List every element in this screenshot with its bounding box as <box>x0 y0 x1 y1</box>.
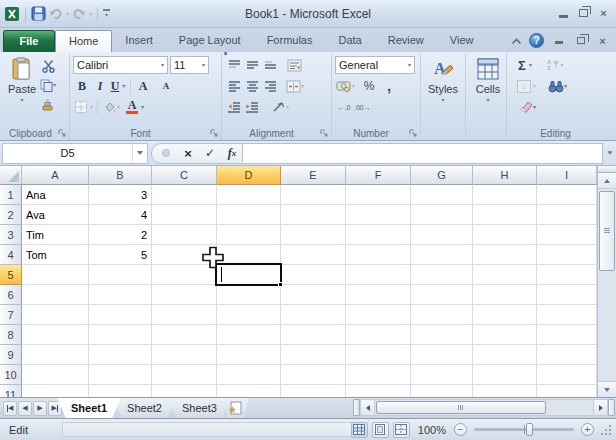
sheet-tab-sheet1[interactable]: Sheet1 <box>57 398 121 418</box>
zoom-slider[interactable] <box>474 428 574 431</box>
cell-G10[interactable] <box>411 365 473 385</box>
cell-D8[interactable] <box>217 325 281 345</box>
underline-button[interactable]: U▾ <box>109 77 127 95</box>
cell-B1[interactable]: 3 <box>89 185 152 205</box>
cell-H9[interactable] <box>473 345 537 365</box>
font-color-dropdown-icon[interactable]: ▾ <box>141 104 144 110</box>
column-header-C[interactable]: C <box>152 166 217 185</box>
resize-grip[interactable] <box>601 425 611 435</box>
sort-filter-dropdown-icon[interactable]: ▾ <box>560 62 563 68</box>
page-break-view-button[interactable] <box>393 422 410 438</box>
cell-I4[interactable] <box>537 245 597 265</box>
number-dialog-launcher[interactable] <box>408 128 418 138</box>
sheet-tab-sheet2[interactable]: Sheet2 <box>113 398 176 418</box>
ribbon-tab-page-layout[interactable]: Page Layout <box>166 30 254 52</box>
ribbon-tab-review[interactable]: Review <box>375 30 437 52</box>
vertical-scrollbar[interactable] <box>597 166 616 397</box>
minimize-ribbon-icon[interactable] <box>511 35 522 47</box>
cell-I5[interactable] <box>537 265 597 285</box>
cell-H11[interactable] <box>473 385 537 397</box>
autosum-button[interactable]: Σ▾ <box>516 56 534 74</box>
bold-button[interactable]: B <box>73 77 91 95</box>
ribbon-tab-file[interactable]: File <box>3 30 55 52</box>
borders-dropdown-icon[interactable]: ▾ <box>90 104 93 110</box>
vertical-scroll-thumb[interactable] <box>599 191 615 271</box>
sort-filter-button[interactable]: AZ ▾ <box>546 56 564 74</box>
cell-C7[interactable] <box>152 305 217 325</box>
cell-E1[interactable] <box>281 185 346 205</box>
cell-A3[interactable]: Tim <box>22 225 89 245</box>
clear-dropdown-icon[interactable]: ▾ <box>533 104 536 110</box>
row-header-1[interactable]: 1 <box>0 185 22 205</box>
cell-E10[interactable] <box>281 365 346 385</box>
name-box-dropdown-icon[interactable] <box>132 144 147 163</box>
increase-decimal-button[interactable]: ←.0 <box>335 98 353 116</box>
cell-H2[interactable] <box>473 205 537 225</box>
cell-B7[interactable] <box>89 305 152 325</box>
percent-style-button[interactable]: % <box>360 77 378 95</box>
next-sheet-icon[interactable]: ▶ <box>33 401 47 416</box>
cell-H4[interactable] <box>473 245 537 265</box>
cell-I7[interactable] <box>537 305 597 325</box>
cell-H10[interactable] <box>473 365 537 385</box>
column-header-B[interactable]: B <box>89 166 152 185</box>
cell-C1[interactable] <box>152 185 217 205</box>
normal-view-button[interactable] <box>351 422 368 438</box>
cell-D1[interactable] <box>217 185 281 205</box>
cell-D6[interactable] <box>217 285 281 305</box>
cell-D7[interactable] <box>217 305 281 325</box>
cell-A4[interactable]: Tom <box>22 245 89 265</box>
row-header-11[interactable]: 11 <box>0 385 22 397</box>
cell-B2[interactable]: 4 <box>89 205 152 225</box>
cell-A8[interactable] <box>22 325 89 345</box>
restore-window-icon[interactable] <box>575 6 592 20</box>
ribbon-tab-formulas[interactable]: Formulas <box>254 30 326 52</box>
cell-H8[interactable] <box>473 325 537 345</box>
cell-C10[interactable] <box>152 365 217 385</box>
cell-D11[interactable] <box>217 385 281 397</box>
scroll-left-icon[interactable] <box>360 399 375 416</box>
column-header-F[interactable]: F <box>346 166 411 185</box>
cell-I11[interactable] <box>537 385 597 397</box>
select-all-corner[interactable] <box>0 166 22 185</box>
ribbon-tab-home[interactable]: Home <box>55 30 112 52</box>
shrink-font-button[interactable]: A▾ <box>157 77 175 95</box>
underline-dropdown-icon[interactable]: ▾ <box>122 83 125 89</box>
clipboard-dialog-launcher[interactable] <box>57 128 67 138</box>
styles-button[interactable]: A Styles ▾ <box>424 55 462 103</box>
orientation-button[interactable]: ▾ <box>271 98 290 116</box>
cell-E3[interactable] <box>281 225 346 245</box>
cell-G1[interactable] <box>411 185 473 205</box>
cell-I3[interactable] <box>537 225 597 245</box>
merge-center-dropdown-icon[interactable]: ▾ <box>301 83 304 89</box>
cell-F11[interactable] <box>346 385 411 397</box>
row-header-10[interactable]: 10 <box>0 365 22 385</box>
cell-A11[interactable] <box>22 385 89 397</box>
copy-button[interactable]: ▾ <box>39 76 57 94</box>
cell-I9[interactable] <box>537 345 597 365</box>
cell-E2[interactable] <box>281 205 346 225</box>
column-header-G[interactable]: G <box>411 166 473 185</box>
font-size-select[interactable]: 11 ▾ <box>170 56 209 74</box>
cell-A2[interactable]: Ava <box>22 205 89 225</box>
decrease-decimal-button[interactable]: .00→ <box>353 98 372 116</box>
row-header-7[interactable]: 7 <box>0 305 22 325</box>
close-window-icon[interactable]: × <box>595 6 612 20</box>
ribbon-tab-view[interactable]: View <box>437 30 487 52</box>
customize-qat-button[interactable]: ▾ <box>103 9 110 18</box>
increase-indent-button[interactable] <box>243 98 261 116</box>
comma-style-button[interactable]: , <box>380 77 398 95</box>
cell-D4[interactable] <box>217 245 281 265</box>
font-color-button[interactable]: A ▾ <box>125 98 145 116</box>
cell-I2[interactable] <box>537 205 597 225</box>
cell-A6[interactable] <box>22 285 89 305</box>
cell-D9[interactable] <box>217 345 281 365</box>
page-layout-view-button[interactable] <box>372 422 389 438</box>
cell-I8[interactable] <box>537 325 597 345</box>
cell-E9[interactable] <box>281 345 346 365</box>
cell-C2[interactable] <box>152 205 217 225</box>
cell-D3[interactable] <box>217 225 281 245</box>
undo-dropdown-icon[interactable]: ▾ <box>66 11 69 17</box>
cell-D2[interactable] <box>217 205 281 225</box>
expand-formula-bar-icon[interactable] <box>603 143 616 164</box>
